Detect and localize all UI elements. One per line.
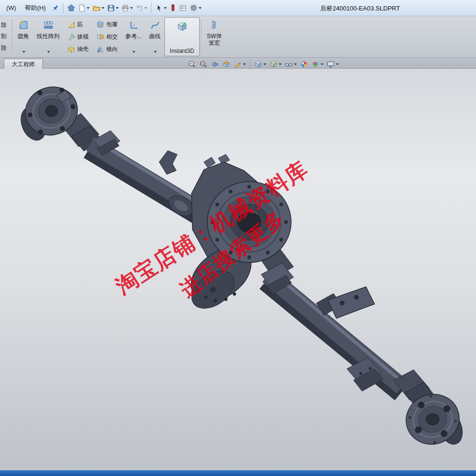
axle-right-flange[interactable]	[394, 370, 467, 451]
select-dropdown[interactable]	[164, 7, 167, 9]
shell-label: 抽壳	[77, 45, 89, 53]
fillet-button[interactable]: 圆角	[14, 17, 33, 56]
linear-pattern-dropdown[interactable]	[47, 51, 50, 54]
hide-show-items-dropdown[interactable]	[294, 63, 297, 65]
intersect-button[interactable]: 相交	[94, 31, 120, 42]
draft-button[interactable]: 拔模	[65, 31, 91, 42]
red-tool-icon[interactable]	[168, 2, 178, 14]
pin-icon-glyph	[51, 4, 59, 12]
rear-axle-3d-model[interactable]	[0, 69, 476, 470]
zoom-to-area-icon[interactable]	[198, 60, 209, 69]
intersect-icon	[96, 33, 104, 41]
dynamic-annotation-dropdown[interactable]	[243, 63, 246, 65]
display-style-dropdown[interactable]	[279, 63, 282, 65]
view-settings-icon[interactable]	[325, 60, 340, 69]
cropped-label-3[interactable]: 除	[1, 44, 10, 52]
options-dropdown[interactable]	[199, 7, 202, 9]
section-view-icon[interactable]	[221, 60, 232, 69]
wrap-button[interactable]: 包覆	[94, 19, 120, 30]
menu-help[interactable]: 帮助(H)	[20, 1, 50, 15]
command-manager-ribbon: 除 割 除 圆角 线性阵列	[0, 16, 476, 58]
hud-separator	[250, 61, 250, 68]
instant3d-button[interactable]: Instant3D	[164, 17, 200, 56]
curves-label: 曲线	[149, 33, 161, 40]
draft-label: 拔模	[77, 33, 89, 41]
mirror-icon	[96, 45, 104, 53]
reference-geometry-dropdown[interactable]	[132, 51, 135, 54]
axle-lower-tube[interactable]	[261, 263, 402, 393]
sw-spring-macro-icon	[209, 20, 219, 31]
wrap-icon	[96, 20, 104, 29]
ribbon-separator	[12, 19, 12, 54]
shell-button[interactable]: 抽壳	[65, 43, 91, 55]
draft-icon	[67, 33, 75, 41]
fillet-label: 圆角	[18, 33, 29, 40]
feature-small-column-1: 筋 拔模 抽壳	[63, 17, 92, 56]
previous-view-icon[interactable]	[210, 60, 220, 69]
print-dropdown[interactable]	[130, 7, 133, 9]
reference-geometry-label: 参考...	[125, 33, 142, 40]
menu-bar: (W) 帮助(H)	[0, 0, 476, 16]
shell-icon	[67, 45, 75, 53]
apply-scene-icon[interactable]	[310, 60, 324, 69]
mirror-label: 镜向	[106, 45, 118, 53]
reference-geometry-icon	[129, 20, 139, 31]
reference-geometry-button[interactable]: 参考...	[122, 17, 145, 56]
new-document-dropdown[interactable]	[87, 7, 90, 9]
zoom-fit-icon[interactable]	[187, 60, 197, 69]
cropped-buttons-column: 除 割 除	[0, 17, 10, 56]
status-bar	[0, 470, 476, 476]
ribbon-separator	[201, 19, 202, 54]
instant3d-icon	[176, 20, 188, 33]
open-icon[interactable]	[91, 2, 106, 14]
rib-icon	[67, 20, 75, 29]
options-gear-icon[interactable]	[188, 2, 203, 14]
linear-pattern-label: 线性阵列	[37, 33, 60, 40]
sw-spring-macro-button[interactable]: SW弹 簧宏	[203, 17, 225, 56]
edit-appearance-icon[interactable]	[299, 60, 309, 69]
rib-button[interactable]: 筋	[65, 19, 91, 30]
fillet-icon	[19, 20, 29, 31]
heads-up-view-toolbar	[187, 59, 340, 70]
axle-left-flange[interactable]	[16, 80, 102, 151]
fillet-dropdown[interactable]	[22, 51, 25, 54]
menubar-separator	[63, 3, 63, 13]
linear-pattern-button[interactable]: 线性阵列	[33, 17, 63, 56]
linear-pattern-icon	[43, 20, 53, 31]
instant3d-label: Instant3D	[170, 48, 194, 54]
sw-spring-macro-label-2: 簧宏	[209, 40, 220, 46]
curves-dropdown[interactable]	[154, 51, 157, 54]
view-orientation-icon[interactable]	[253, 60, 267, 69]
select-cursor-icon[interactable]	[154, 2, 168, 14]
undo-icon[interactable]	[134, 2, 149, 14]
new-document-icon[interactable]	[77, 2, 91, 14]
print-icon[interactable]	[120, 2, 134, 14]
curves-button[interactable]: 曲线	[145, 17, 164, 56]
save-dropdown[interactable]	[116, 7, 119, 9]
mirror-button[interactable]: 镜向	[94, 43, 120, 55]
sw-spring-macro-label-1: SW弹	[207, 33, 222, 40]
view-orientation-dropdown[interactable]	[263, 63, 266, 65]
tab-engineer[interactable]: 大工程师	[4, 59, 43, 69]
hide-show-items-icon[interactable]	[284, 60, 298, 69]
open-dropdown[interactable]	[101, 7, 104, 9]
pin-icon[interactable]	[50, 2, 61, 14]
home-icon[interactable]	[66, 2, 77, 14]
intersect-label: 相交	[106, 33, 118, 41]
graphics-area[interactable]: 淘宝店铺：机械资料库 进店搜索更多	[0, 69, 476, 470]
menu-window[interactable]: (W)	[2, 2, 20, 14]
view-settings-dropdown[interactable]	[336, 63, 339, 65]
wrap-label: 包覆	[106, 20, 118, 29]
display-style-icon[interactable]	[268, 60, 283, 69]
menubar-separator	[151, 3, 152, 13]
apply-scene-dropdown[interactable]	[321, 63, 324, 65]
save-icon[interactable]	[106, 2, 120, 14]
design-table-icon[interactable]	[178, 2, 188, 14]
undo-dropdown[interactable]	[144, 7, 147, 9]
rib-label: 筋	[77, 20, 83, 29]
cropped-label-2[interactable]: 割	[1, 32, 10, 41]
solidworks-window: (W) 帮助(H)	[0, 0, 476, 476]
dynamic-annotation-icon[interactable]	[233, 60, 247, 69]
curves-icon	[150, 20, 160, 31]
cropped-label-1[interactable]: 除	[1, 21, 10, 29]
